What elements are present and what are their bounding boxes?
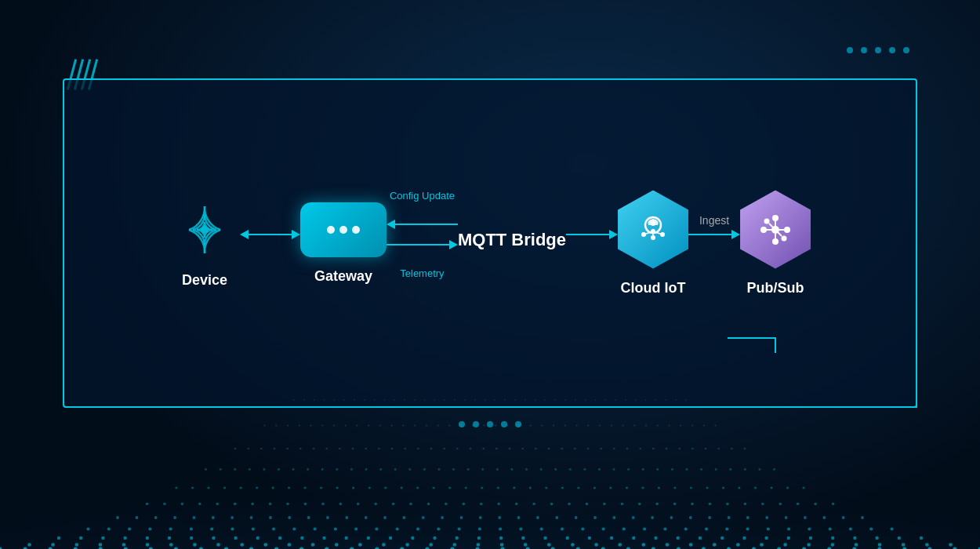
svg-point-405 bbox=[506, 424, 508, 426]
svg-point-377 bbox=[666, 448, 668, 450]
svg-point-193 bbox=[288, 516, 291, 519]
svg-point-270 bbox=[272, 486, 274, 489]
svg-point-145 bbox=[107, 527, 111, 530]
svg-point-241 bbox=[445, 503, 448, 506]
ingest-line bbox=[688, 234, 731, 235]
svg-point-110 bbox=[190, 536, 193, 540]
svg-point-272 bbox=[304, 486, 307, 489]
svg-point-152 bbox=[252, 527, 255, 530]
svg-point-333 bbox=[627, 468, 630, 471]
svg-point-339 bbox=[715, 468, 717, 471]
svg-point-164 bbox=[499, 527, 502, 530]
svg-point-9 bbox=[651, 229, 655, 234]
svg-point-72 bbox=[216, 543, 220, 547]
svg-point-153 bbox=[272, 527, 275, 530]
svg-point-345 bbox=[247, 448, 249, 450]
svg-point-434 bbox=[394, 399, 395, 401]
svg-point-350 bbox=[313, 448, 315, 450]
svg-point-213 bbox=[670, 516, 673, 519]
svg-point-181 bbox=[849, 527, 852, 530]
svg-point-353 bbox=[352, 448, 354, 450]
svg-point-414 bbox=[611, 424, 612, 426]
svg-point-284 bbox=[497, 486, 499, 489]
svg-point-258 bbox=[744, 503, 747, 506]
svg-point-279 bbox=[416, 486, 419, 489]
svg-point-455 bbox=[604, 399, 606, 401]
pubsub-icon bbox=[756, 210, 795, 249]
svg-point-109 bbox=[168, 536, 171, 540]
svg-point-296 bbox=[690, 486, 692, 489]
svg-point-364 bbox=[495, 448, 498, 450]
svg-point-191 bbox=[250, 516, 253, 519]
svg-point-15 bbox=[764, 218, 770, 224]
svg-point-220 bbox=[804, 516, 807, 519]
svg-point-352 bbox=[339, 448, 341, 450]
svg-point-170 bbox=[622, 527, 626, 530]
pubsub-label: Pub/Sub bbox=[747, 280, 804, 296]
svg-point-267 bbox=[223, 486, 226, 489]
svg-point-390 bbox=[333, 424, 335, 426]
svg-point-119 bbox=[389, 536, 392, 540]
svg-point-96 bbox=[783, 543, 787, 547]
svg-point-260 bbox=[779, 503, 782, 506]
svg-point-202 bbox=[460, 516, 463, 519]
svg-point-111 bbox=[212, 536, 215, 540]
svg-point-158 bbox=[375, 527, 378, 530]
svg-point-150 bbox=[210, 527, 213, 530]
svg-point-215 bbox=[708, 516, 711, 519]
svg-point-216 bbox=[728, 516, 731, 519]
svg-point-209 bbox=[593, 516, 597, 519]
svg-point-356 bbox=[391, 448, 394, 450]
svg-point-84 bbox=[500, 543, 504, 547]
svg-point-430 bbox=[354, 399, 355, 401]
svg-point-224 bbox=[146, 503, 149, 506]
svg-point-295 bbox=[673, 486, 676, 489]
gateway-component: Gateway bbox=[300, 202, 387, 285]
svg-point-294 bbox=[658, 486, 660, 489]
svg-point-447 bbox=[524, 399, 526, 401]
svg-point-160 bbox=[416, 527, 419, 530]
svg-point-130 bbox=[632, 536, 635, 540]
device-component: Device bbox=[169, 198, 240, 289]
device-signal-icon bbox=[169, 198, 240, 261]
svg-point-416 bbox=[633, 424, 635, 426]
svg-point-366 bbox=[521, 448, 524, 450]
svg-point-126 bbox=[543, 536, 546, 540]
svg-point-197 bbox=[365, 516, 368, 519]
svg-point-348 bbox=[286, 448, 289, 450]
svg-point-269 bbox=[256, 486, 258, 489]
svg-point-327 bbox=[540, 468, 543, 471]
svg-point-461 bbox=[665, 399, 666, 401]
device-label: Device bbox=[182, 272, 227, 289]
top-decoration-dots bbox=[847, 47, 909, 53]
svg-point-184 bbox=[116, 516, 119, 519]
svg-point-113 bbox=[256, 536, 260, 540]
gateway-dot-2 bbox=[339, 226, 347, 234]
mqtt-bridge-label: MQTT Bridge bbox=[458, 230, 566, 250]
svg-point-325 bbox=[510, 468, 513, 471]
svg-point-73 bbox=[240, 543, 244, 547]
svg-point-78 bbox=[358, 543, 362, 547]
svg-point-443 bbox=[485, 399, 486, 401]
svg-point-374 bbox=[626, 448, 629, 450]
svg-point-199 bbox=[403, 516, 406, 519]
svg-point-155 bbox=[314, 527, 317, 530]
svg-point-133 bbox=[699, 536, 702, 540]
svg-point-298 bbox=[722, 486, 724, 489]
svg-point-229 bbox=[234, 503, 237, 506]
svg-point-281 bbox=[448, 486, 451, 489]
svg-point-64 bbox=[27, 543, 31, 547]
svg-point-253 bbox=[655, 503, 659, 506]
svg-point-286 bbox=[529, 486, 532, 489]
svg-point-137 bbox=[787, 536, 790, 540]
svg-point-322 bbox=[467, 468, 470, 471]
svg-point-242 bbox=[463, 503, 466, 506]
svg-point-387 bbox=[299, 424, 300, 426]
svg-point-438 bbox=[434, 399, 436, 401]
svg-point-417 bbox=[645, 424, 647, 426]
svg-point-363 bbox=[482, 448, 485, 450]
svg-point-205 bbox=[517, 516, 521, 519]
svg-point-243 bbox=[480, 503, 483, 506]
svg-point-349 bbox=[299, 448, 302, 450]
svg-point-382 bbox=[731, 448, 733, 450]
